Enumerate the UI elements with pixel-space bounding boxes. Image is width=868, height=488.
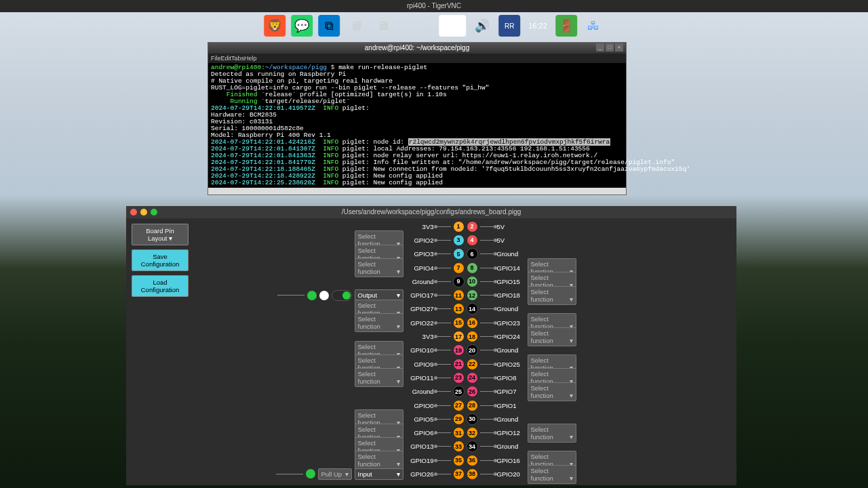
pin[interactable]: 7 xyxy=(453,262,465,274)
pin-label-right: Ground xyxy=(497,305,526,312)
terminal-window[interactable]: andrew@rpi400: ~/workspace/pigg _ □ × Fi… xyxy=(208,42,627,195)
wire xyxy=(436,378,451,378)
pin-layout: 3V3 1 2 5VSelect functionGPIO2 3 4 5VSel… xyxy=(194,218,736,485)
wire xyxy=(480,253,495,254)
save-button[interactable]: Save Configuration xyxy=(132,249,189,271)
pin[interactable]: 3 xyxy=(453,235,465,246)
pin-label-left: GPIO3 xyxy=(406,250,434,258)
pin[interactable]: 26 xyxy=(467,386,478,397)
pin[interactable]: 4 xyxy=(467,235,478,246)
pin[interactable]: 5 xyxy=(453,248,465,260)
function-select[interactable]: Select function xyxy=(355,451,403,470)
pin[interactable]: 37 xyxy=(453,468,465,480)
pin[interactable]: 2 xyxy=(467,221,478,232)
rustrover-icon[interactable]: RR xyxy=(498,15,520,37)
pin-label-right: Ground xyxy=(497,346,526,354)
terminal-content[interactable]: andrew@rpi400:~/workspace/pigg $ make ru… xyxy=(208,63,626,188)
waveform xyxy=(276,469,303,479)
close-icon[interactable] xyxy=(130,209,137,216)
pin[interactable]: 32 xyxy=(467,427,478,439)
terminal-menubar[interactable]: FileEditTabsHelp xyxy=(208,54,626,63)
pin[interactable]: 27 xyxy=(453,400,465,411)
board-window[interactable]: /Users/andrew/workspace/pigg/configs/and… xyxy=(126,206,736,485)
terminal-titlebar[interactable]: andrew@rpi400: ~/workspace/pigg _ □ × xyxy=(208,43,626,54)
pin[interactable]: 13 xyxy=(453,303,465,314)
wire xyxy=(480,432,495,433)
wire xyxy=(480,405,495,406)
pin[interactable]: 16 xyxy=(467,317,478,329)
pin[interactable]: 28 xyxy=(467,400,478,411)
pin-label-left: GPIO2 xyxy=(406,237,434,244)
pin[interactable]: 17 xyxy=(453,331,465,342)
pin-label-left: GPIO22 xyxy=(406,319,434,327)
wire xyxy=(436,268,451,268)
pin[interactable]: 30 xyxy=(467,413,478,425)
pin[interactable]: 11 xyxy=(453,289,465,301)
function-select[interactable]: Select function xyxy=(355,258,403,277)
wire xyxy=(436,419,451,420)
load-button[interactable]: Load Configuration xyxy=(132,275,189,297)
pin[interactable]: 20 xyxy=(467,344,478,356)
pin[interactable]: 19 xyxy=(453,344,465,356)
terminal-scrollbar[interactable] xyxy=(208,188,626,195)
whatsapp-icon[interactable]: 💬 xyxy=(291,15,313,37)
pin[interactable]: 31 xyxy=(453,427,465,439)
pin[interactable]: 18 xyxy=(467,331,478,342)
exit-icon[interactable]: 🚪 xyxy=(555,15,577,37)
function-select[interactable]: Select function xyxy=(528,382,576,401)
pin[interactable]: 24 xyxy=(467,372,478,384)
volume-icon[interactable]: 🔊 xyxy=(471,15,493,37)
brave-icon[interactable]: 🦁 xyxy=(264,15,285,37)
function-select[interactable]: Select function xyxy=(355,368,403,387)
pin-label-right: GPIO15 xyxy=(497,278,526,285)
screens-icon[interactable]: 🖥 xyxy=(372,15,394,37)
function-select[interactable]: Input xyxy=(355,468,403,480)
pull-select[interactable]: Pull Up xyxy=(318,468,352,480)
minimize-icon[interactable] xyxy=(140,209,147,216)
pin[interactable]: 25 xyxy=(453,386,465,397)
vscode-icon[interactable]: ⧉ xyxy=(318,15,340,37)
pin[interactable]: 12 xyxy=(467,289,478,301)
toggle-switch[interactable] xyxy=(332,290,352,301)
pin[interactable]: 6 xyxy=(467,248,478,260)
network-icon[interactable]: 🖧 xyxy=(583,15,604,37)
pin[interactable]: 23 xyxy=(453,372,465,384)
function-select[interactable]: Select function xyxy=(528,327,576,346)
traffic-lights[interactable] xyxy=(130,209,157,216)
close-button[interactable]: × xyxy=(615,43,623,52)
pin[interactable]: 1 xyxy=(453,221,465,232)
pin[interactable]: 21 xyxy=(453,359,465,370)
maximize-button[interactable]: □ xyxy=(606,43,614,52)
pin-label-left: 3V3 xyxy=(406,223,434,230)
wire xyxy=(480,460,495,461)
minimize-button[interactable]: _ xyxy=(596,43,604,52)
function-select[interactable]: Select function xyxy=(528,286,576,305)
pin[interactable]: 14 xyxy=(467,303,478,314)
wire xyxy=(480,281,495,282)
pin-label-left: GPIO0 xyxy=(406,402,434,409)
pin[interactable]: 8 xyxy=(467,262,478,274)
pin[interactable]: 15 xyxy=(453,317,465,329)
function-select[interactable]: Select function xyxy=(528,465,576,484)
pin[interactable]: 9 xyxy=(453,276,465,287)
pin[interactable]: 34 xyxy=(467,441,478,452)
pin[interactable]: 36 xyxy=(467,455,478,466)
pin[interactable]: 10 xyxy=(467,276,478,287)
status-dot xyxy=(306,469,315,479)
pin[interactable]: 38 xyxy=(467,468,478,480)
pin[interactable]: 35 xyxy=(453,455,465,466)
function-select[interactable]: Select function xyxy=(355,313,403,332)
display-icon[interactable]: 🖥 xyxy=(345,15,367,37)
pin[interactable]: 29 xyxy=(453,413,465,425)
layout-dropdown[interactable]: Board Pin Layout xyxy=(132,224,189,245)
zoom-icon[interactable] xyxy=(151,209,157,216)
pin-label-left: GPIO6 xyxy=(406,429,434,436)
pin-label-right: GPIO16 xyxy=(497,457,526,464)
wire xyxy=(436,460,451,461)
function-select[interactable]: Select function xyxy=(528,424,576,443)
pin[interactable]: 33 xyxy=(453,441,465,452)
wire xyxy=(436,432,451,433)
pin[interactable]: 22 xyxy=(467,359,478,370)
window-preview[interactable] xyxy=(439,15,466,37)
board-titlebar[interactable]: /Users/andrew/workspace/pigg/configs/and… xyxy=(126,206,736,218)
